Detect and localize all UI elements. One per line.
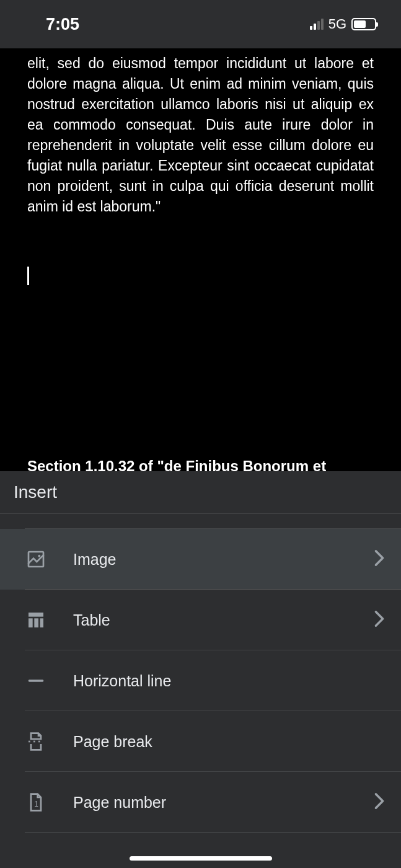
status-time: 7:05 xyxy=(46,15,79,34)
svg-point-1 xyxy=(38,555,40,557)
page-break-icon xyxy=(25,730,47,753)
svg-rect-5 xyxy=(40,618,43,627)
menu-item-page-number[interactable]: 1 Page number xyxy=(25,772,401,833)
status-bar: 7:05 5G xyxy=(0,0,401,48)
document-body-text[interactable]: elit, sed do eiusmod tempor incididunt u… xyxy=(27,53,374,217)
svg-rect-2 xyxy=(29,613,43,617)
menu-item-page-break[interactable]: Page break xyxy=(25,711,401,772)
chevron-right-icon xyxy=(374,610,385,630)
insert-panel: Insert Image xyxy=(0,471,401,868)
insert-menu: Image Table xyxy=(0,514,401,833)
network-type: 5G xyxy=(328,16,346,32)
menu-item-label: Horizontal line xyxy=(73,672,401,690)
battery-icon xyxy=(351,18,376,30)
image-icon xyxy=(25,548,47,570)
menu-item-label: Page number xyxy=(73,794,374,812)
status-indicators: 5G xyxy=(310,16,376,32)
menu-item-label: Image xyxy=(73,551,374,569)
menu-item-partial[interactable] xyxy=(25,514,401,529)
table-icon xyxy=(25,609,47,631)
menu-item-label: Table xyxy=(73,611,374,629)
horizontal-line-icon xyxy=(25,670,47,692)
chevron-right-icon xyxy=(374,792,385,812)
document-heading[interactable]: Section 1.10.32 of "de Finibus Bonorum e… xyxy=(27,458,326,471)
svg-rect-0 xyxy=(29,552,43,567)
page-number-icon: 1 xyxy=(25,791,47,813)
menu-item-image[interactable]: Image xyxy=(0,529,401,590)
document-editor[interactable]: elit, sed do eiusmod tempor incididunt u… xyxy=(0,48,401,471)
menu-item-horizontal-line[interactable]: Horizontal line xyxy=(25,650,401,711)
menu-item-table[interactable]: Table xyxy=(25,590,401,650)
svg-text:1: 1 xyxy=(34,800,38,808)
text-cursor xyxy=(27,267,29,285)
insert-panel-title: Insert xyxy=(0,471,401,514)
menu-item-label: Page break xyxy=(73,733,401,751)
svg-rect-3 xyxy=(29,618,33,627)
home-indicator[interactable] xyxy=(130,856,272,861)
chevron-right-icon xyxy=(374,549,385,569)
signal-icon xyxy=(310,19,324,30)
svg-rect-4 xyxy=(34,618,38,627)
